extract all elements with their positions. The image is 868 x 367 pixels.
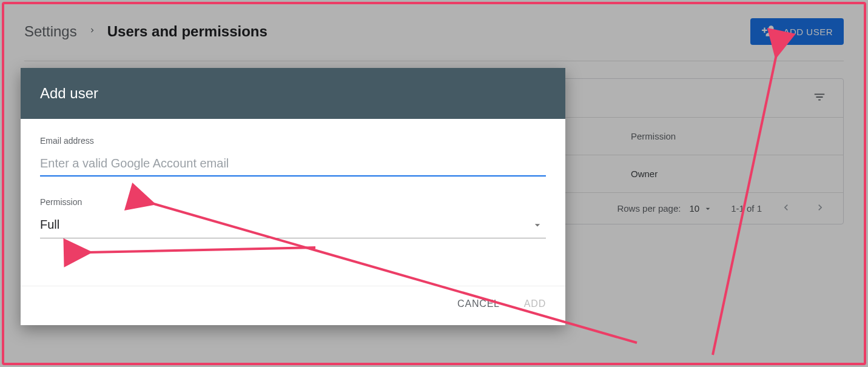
permission-value: Full bbox=[40, 218, 59, 232]
cancel-button[interactable]: CANCEL bbox=[457, 298, 500, 309]
add-user-dialog: Add user Email address Permission Full C… bbox=[21, 68, 565, 325]
permission-label: Permission bbox=[40, 197, 546, 207]
permission-field-group: Permission Full bbox=[40, 197, 546, 238]
email-field-group: Email address bbox=[40, 136, 546, 177]
email-input[interactable] bbox=[40, 154, 546, 177]
permission-select[interactable]: Full bbox=[40, 215, 546, 238]
email-label: Email address bbox=[40, 136, 546, 146]
add-button[interactable]: ADD bbox=[524, 298, 546, 309]
dialog-title: Add user bbox=[21, 68, 565, 119]
dropdown-caret-icon bbox=[531, 219, 543, 231]
dialog-actions: CANCEL ADD bbox=[21, 286, 565, 325]
dialog-body: Email address Permission Full bbox=[21, 119, 565, 264]
